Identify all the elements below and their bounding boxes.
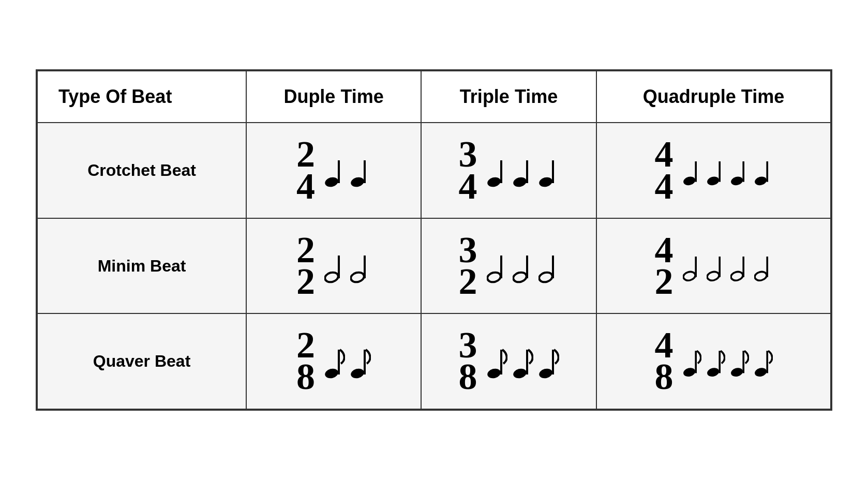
quaver-note-7 xyxy=(707,340,725,382)
svg-point-0 xyxy=(324,176,339,188)
crotchet-note-4 xyxy=(513,150,533,191)
time-sig-3-2: 3 2 xyxy=(459,234,477,297)
svg-rect-53 xyxy=(766,351,768,373)
quaver-note-2 xyxy=(350,340,371,382)
svg-point-46 xyxy=(683,367,696,378)
time-sig-4-8: 4 8 xyxy=(655,329,674,393)
minim-note-4 xyxy=(513,245,533,287)
svg-point-6 xyxy=(513,176,528,188)
svg-rect-29 xyxy=(695,257,697,277)
svg-rect-27 xyxy=(552,256,554,278)
svg-rect-3 xyxy=(364,160,366,183)
svg-rect-25 xyxy=(526,256,528,278)
crotchet-duple: 2 4 xyxy=(246,123,421,218)
svg-rect-19 xyxy=(338,256,340,278)
svg-point-8 xyxy=(538,176,553,188)
svg-rect-9 xyxy=(552,160,554,183)
minim-duple: 2 2 xyxy=(246,218,421,313)
crotchet-note-5 xyxy=(538,150,559,191)
svg-point-34 xyxy=(754,271,768,282)
header-duple-time: Duple Time xyxy=(246,71,421,123)
svg-rect-15 xyxy=(742,161,744,182)
svg-point-18 xyxy=(324,271,339,283)
crotchet-note-2 xyxy=(350,150,371,191)
svg-rect-45 xyxy=(552,350,554,374)
table-row-crotchet: Crotchet Beat 2 4 xyxy=(37,123,831,218)
time-sig-3-4: 3 4 xyxy=(459,139,477,202)
minim-note-3 xyxy=(487,245,507,287)
time-sig-2-2: 2 2 xyxy=(296,234,315,297)
header-row: Type Of Beat Duple Time Triple Time Quad… xyxy=(37,71,831,123)
crotchet-note-3 xyxy=(487,150,507,191)
svg-rect-37 xyxy=(338,350,340,374)
beat-type-minim: Minim Beat xyxy=(37,218,246,313)
svg-rect-11 xyxy=(695,161,697,182)
minim-note-6 xyxy=(683,245,701,287)
crotchet-note-9 xyxy=(754,150,773,191)
svg-point-24 xyxy=(513,271,528,283)
svg-point-32 xyxy=(730,271,744,282)
beat-type-crotchet: Crotchet Beat xyxy=(37,123,246,218)
music-table: Type Of Beat Duple Time Triple Time Quad… xyxy=(36,69,832,410)
crotchet-quadruple: 4 4 xyxy=(596,123,831,218)
time-sig-3-8: 3 8 xyxy=(459,329,477,393)
beat-type-quaver: Quaver Beat xyxy=(37,313,246,409)
svg-rect-7 xyxy=(526,160,528,183)
svg-rect-33 xyxy=(742,257,744,277)
svg-point-28 xyxy=(683,271,696,282)
svg-rect-43 xyxy=(526,350,528,374)
minim-triple: 3 2 xyxy=(421,218,596,313)
svg-point-30 xyxy=(707,271,720,282)
quaver-note-9 xyxy=(754,340,773,382)
svg-point-2 xyxy=(350,176,365,188)
time-sig-4-2: 4 2 xyxy=(655,234,674,297)
svg-rect-13 xyxy=(719,161,721,182)
crotchet-note-7 xyxy=(707,150,725,191)
svg-point-16 xyxy=(754,175,768,187)
svg-point-38 xyxy=(350,367,365,380)
crotchet-note-8 xyxy=(730,150,749,191)
quaver-note-1 xyxy=(324,340,345,382)
svg-rect-21 xyxy=(364,256,366,278)
header-type-of-beat: Type Of Beat xyxy=(37,71,246,123)
svg-point-44 xyxy=(538,367,553,380)
minim-note-1 xyxy=(324,245,345,287)
minim-quadruple: 4 2 xyxy=(596,218,831,313)
header-quadruple-time: Quadruple Time xyxy=(596,71,831,123)
minim-note-7 xyxy=(707,245,725,287)
svg-rect-23 xyxy=(500,256,502,278)
time-sig-2-4: 2 4 xyxy=(296,139,315,202)
svg-point-22 xyxy=(487,271,502,283)
crotchet-triple: 3 4 xyxy=(421,123,596,218)
svg-rect-35 xyxy=(766,257,768,277)
svg-point-52 xyxy=(754,367,768,378)
crotchet-note-6 xyxy=(683,150,701,191)
time-sig-2-8: 2 8 xyxy=(296,329,315,393)
minim-note-5 xyxy=(538,245,559,287)
quaver-note-8 xyxy=(730,340,749,382)
quaver-note-6 xyxy=(683,340,701,382)
table-row-quaver: Quaver Beat 2 8 xyxy=(37,313,831,409)
svg-rect-31 xyxy=(719,257,721,277)
quaver-quadruple: 4 8 xyxy=(596,313,831,409)
minim-note-8 xyxy=(730,245,749,287)
svg-point-36 xyxy=(324,367,339,380)
svg-point-4 xyxy=(487,176,502,188)
svg-rect-51 xyxy=(742,351,744,373)
quaver-note-3 xyxy=(487,340,507,382)
svg-point-26 xyxy=(538,271,553,283)
svg-rect-47 xyxy=(695,351,697,373)
table-row-minim: Minim Beat 2 2 xyxy=(37,218,831,313)
svg-point-20 xyxy=(350,271,365,283)
svg-point-12 xyxy=(707,175,720,187)
svg-rect-49 xyxy=(719,351,721,373)
crotchet-note-1 xyxy=(324,150,345,191)
svg-rect-41 xyxy=(500,350,502,374)
quaver-note-4 xyxy=(513,340,533,382)
minim-note-2 xyxy=(350,245,371,287)
svg-point-42 xyxy=(513,367,528,380)
svg-rect-5 xyxy=(500,160,502,183)
quaver-duple: 2 8 xyxy=(246,313,421,409)
svg-rect-39 xyxy=(364,350,366,374)
svg-point-10 xyxy=(683,175,696,187)
